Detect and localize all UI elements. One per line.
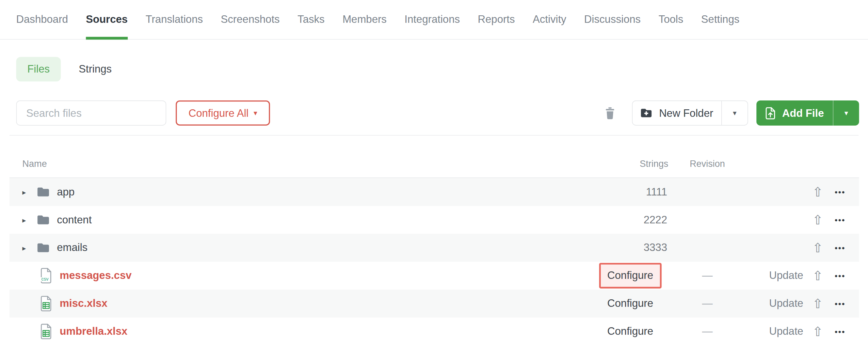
new-folder-button[interactable]: New Folder — [632, 101, 721, 125]
nav-tab-dashboard[interactable]: Dashboard — [16, 0, 68, 39]
folder-icon — [37, 243, 50, 253]
files-table: Name Strings Revision ▸ app 1111 ⇧ ••• ▸ — [10, 136, 859, 345]
configure-link[interactable]: Configure — [607, 297, 653, 309]
more-actions-icon[interactable]: ••• — [835, 188, 845, 196]
folder-name-link[interactable]: app — [57, 186, 75, 198]
upload-icon[interactable]: ⇧ — [813, 212, 823, 227]
configure-box: Configure — [599, 291, 661, 316]
nav-tab-tasks[interactable]: Tasks — [298, 0, 325, 39]
revision-value: — — [668, 325, 746, 337]
nav-tab-reports[interactable]: Reports — [478, 0, 515, 39]
expand-caret-icon[interactable]: ▸ — [22, 243, 37, 252]
configure-link[interactable]: Configure — [607, 325, 653, 337]
table-row-file-misc-xlsx[interactable]: misc.xlsx Configure — Update ⇧ ••• — [10, 290, 859, 318]
update-link[interactable]: Update — [769, 297, 803, 309]
nav-tab-settings[interactable]: Settings — [701, 0, 740, 39]
table-row-folder-app[interactable]: ▸ app 1111 ⇧ ••• — [10, 178, 859, 206]
delete-button[interactable] — [598, 100, 621, 126]
xlsx-file-icon — [40, 296, 52, 312]
configure-link[interactable]: Configure — [607, 270, 653, 281]
file-name-link[interactable]: messages.csv — [60, 270, 131, 282]
nav-tab-integrations[interactable]: Integrations — [404, 0, 460, 39]
folder-name-link[interactable]: content — [57, 214, 92, 226]
column-header-revision: Revision — [668, 158, 746, 169]
column-header-name: Name — [22, 158, 565, 169]
new-folder-dropdown-toggle[interactable]: ▾ — [721, 101, 748, 125]
toolbar-right-cluster: New Folder ▾ Add File ▾ — [598, 100, 859, 126]
folder-name-link[interactable]: emails — [57, 242, 87, 254]
folder-icon — [37, 215, 50, 225]
folder-icon — [37, 187, 50, 197]
new-folder-label: New Folder — [659, 107, 713, 119]
chevron-down-icon: ▾ — [254, 109, 257, 116]
more-actions-icon[interactable]: ••• — [835, 299, 845, 308]
svg-text:csv: csv — [42, 276, 49, 282]
revision-value: — — [668, 297, 746, 310]
add-file-dropdown-toggle[interactable]: ▾ — [833, 100, 859, 126]
strings-count: 1111 — [646, 186, 669, 198]
add-file-label: Add File — [782, 107, 824, 119]
trash-icon — [605, 107, 614, 119]
column-header-strings: Strings — [565, 158, 668, 169]
upload-icon[interactable]: ⇧ — [813, 324, 823, 338]
table-header: Name Strings Revision — [10, 136, 859, 178]
csv-file-icon: csv — [40, 268, 52, 284]
chevron-down-icon: ▾ — [845, 109, 848, 116]
update-link[interactable]: Update — [769, 325, 803, 337]
strings-count: 3333 — [644, 242, 669, 253]
project-nav: Dashboard Sources Translations Screensho… — [0, 0, 868, 40]
table-row-folder-emails[interactable]: ▸ emails 3333 ⇧ ••• — [10, 234, 859, 262]
page: Dashboard Sources Translations Screensho… — [0, 0, 868, 363]
chevron-down-icon: ▾ — [733, 109, 737, 116]
table-row-folder-content[interactable]: ▸ content 2222 ⇧ ••• — [10, 206, 859, 234]
table-row-file-messages-csv[interactable]: csv messages.csv Configure — Update ⇧ ••… — [10, 262, 859, 290]
configure-box: Configure — [599, 319, 661, 344]
strings-count: 2222 — [644, 214, 669, 225]
more-actions-icon[interactable]: ••• — [835, 216, 845, 224]
new-folder-icon — [641, 108, 652, 118]
upload-icon[interactable]: ⇧ — [813, 296, 823, 311]
revision-value: — — [668, 270, 746, 282]
expand-caret-icon[interactable]: ▸ — [22, 188, 37, 196]
more-actions-icon[interactable]: ••• — [835, 243, 845, 252]
new-folder-split-button: New Folder ▾ — [632, 100, 748, 126]
add-file-split-button: Add File ▾ — [756, 100, 859, 126]
upload-icon[interactable]: ⇧ — [813, 268, 823, 283]
sources-subtabs: Files Strings — [16, 57, 868, 81]
tab-strings[interactable]: Strings — [78, 57, 113, 81]
more-actions-icon[interactable]: ••• — [835, 271, 845, 280]
nav-tab-discussions[interactable]: Discussions — [584, 0, 641, 39]
search-input[interactable] — [16, 100, 166, 126]
file-name-link[interactable]: umbrella.xlsx — [60, 325, 127, 337]
nav-tab-screenshots[interactable]: Screenshots — [221, 0, 280, 39]
nav-tab-tools[interactable]: Tools — [659, 0, 684, 39]
upload-icon[interactable]: ⇧ — [813, 185, 823, 199]
nav-tab-members[interactable]: Members — [342, 0, 387, 39]
configure-highlight-box: Configure — [599, 263, 661, 288]
file-upload-icon — [765, 107, 775, 119]
more-actions-icon[interactable]: ••• — [835, 327, 845, 336]
tab-files[interactable]: Files — [16, 57, 61, 81]
nav-tab-activity[interactable]: Activity — [533, 0, 566, 39]
file-name-link[interactable]: misc.xlsx — [60, 297, 107, 310]
xlsx-file-icon — [40, 324, 52, 340]
files-toolbar: Configure All ▾ New Folder — [0, 100, 868, 126]
add-file-button[interactable]: Add File — [756, 100, 833, 126]
update-link[interactable]: Update — [769, 270, 803, 281]
table-row-file-umbrella-xlsx[interactable]: umbrella.xlsx Configure — Update ⇧ ••• — [10, 317, 859, 345]
expand-caret-icon[interactable]: ▸ — [22, 216, 37, 224]
nav-tab-translations[interactable]: Translations — [146, 0, 203, 39]
upload-icon[interactable]: ⇧ — [813, 240, 823, 255]
nav-tab-sources[interactable]: Sources — [86, 0, 128, 39]
configure-all-label: Configure All — [189, 107, 249, 119]
configure-all-button[interactable]: Configure All ▾ — [176, 100, 270, 126]
